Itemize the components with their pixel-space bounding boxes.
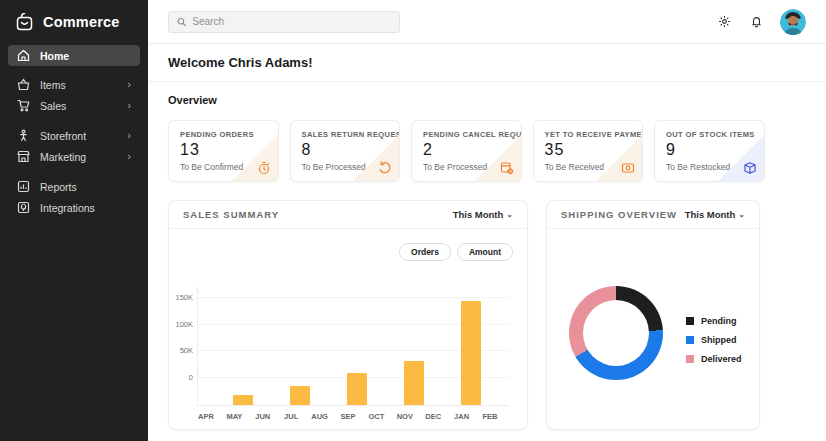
sidebar-item-storefront[interactable]: Storefront › [8, 125, 140, 146]
return-arrow-icon [378, 161, 392, 175]
sidebar-item-reports[interactable]: Reports [8, 176, 140, 197]
content: Overview PENDING ORDERS 13 To Be Confirm… [148, 82, 826, 441]
settings-gear-icon[interactable] [716, 14, 732, 30]
sidebar-item-label: Reports [40, 181, 77, 193]
sales-bar-chart[interactable]: 150K100K50K0APRMAYJUNJULAUGSEPOCTNOVDECJ… [197, 286, 509, 406]
integrations-icon [17, 201, 30, 214]
legend-label: Delivered [701, 354, 742, 364]
welcome-bar: Welcome Chris Adams! [148, 44, 826, 82]
sidebar-item-sales[interactable]: Sales › [8, 95, 140, 116]
reports-chart-icon [17, 180, 30, 193]
search-box[interactable] [168, 11, 400, 33]
shipping-overview-card: SHIPPING OVERVIEW This Month ⌄ Pending [546, 200, 760, 430]
overview-cards-row: PENDING ORDERS 13 To Be Confirmed SALES … [168, 120, 806, 182]
sidebar-item-label: Integrations [40, 202, 95, 214]
yet-to-receive-payments-card[interactable]: YET TO RECEIVE PAYMENTS 35 To Be Receive… [533, 120, 644, 182]
chevron-down-icon: ⌄ [738, 210, 745, 219]
sales-summary-card: SALES SUMMARY This Month ⌄ Orders Amount… [168, 200, 528, 430]
pending-orders-card[interactable]: PENDING ORDERS 13 To Be Confirmed [168, 120, 279, 182]
commerce-bag-icon [15, 13, 34, 32]
sidebar-item-label: Sales [40, 100, 66, 112]
corner-wedge [718, 135, 764, 181]
app-window: Commerce Home Items › Sales › [0, 0, 826, 441]
sidebar-item-label: Items [40, 79, 66, 91]
shipping-period-dropdown[interactable]: This Month ⌄ [685, 209, 745, 220]
stock-box-icon [743, 161, 757, 175]
sidebar-item-marketing[interactable]: Marketing › [8, 146, 140, 167]
corner-wedge [596, 135, 642, 181]
shipped-swatch [686, 336, 694, 344]
welcome-title: Welcome Chris Adams! [168, 55, 313, 70]
pending-cancel-requests-card[interactable]: PENDING CANCEL REQUESTS 2 To Be Processe… [411, 120, 522, 182]
delivered-swatch [686, 355, 694, 363]
sidebar-item-label: Home [40, 50, 69, 62]
sales-summary-title: SALES SUMMARY [183, 209, 279, 220]
shipping-donut-chart[interactable] [569, 286, 663, 380]
chevron-right-icon: › [127, 151, 131, 162]
sidebar-item-label: Marketing [40, 151, 86, 163]
legend-label: Pending [701, 316, 737, 326]
storefront-person-icon [17, 129, 30, 142]
app-logo: Commerce [8, 0, 140, 44]
out-of-stock-items-card[interactable]: OUT OF STOCK ITEMS 9 To Be Restocked [654, 120, 765, 182]
main-area: Welcome Chris Adams! Overview PENDING OR… [148, 0, 826, 441]
search-icon [177, 17, 186, 27]
charts-row: SALES SUMMARY This Month ⌄ Orders Amount… [168, 200, 806, 430]
corner-wedge [232, 135, 278, 181]
pending-swatch [686, 317, 694, 325]
sidebar: Commerce Home Items › Sales › [0, 0, 148, 441]
period-label: This Month [453, 209, 504, 220]
stopwatch-icon [257, 161, 271, 175]
legend-label: Shipped [701, 335, 737, 345]
shipping-overview-title: SHIPPING OVERVIEW [561, 209, 677, 220]
payment-card-icon [621, 161, 635, 175]
chevron-down-icon: ⌄ [506, 210, 513, 219]
legend-item-delivered: Delivered [686, 354, 742, 364]
sidebar-item-integrations[interactable]: Integrations [8, 197, 140, 218]
chevron-right-icon: › [127, 100, 131, 111]
user-avatar[interactable] [780, 9, 806, 35]
amount-toggle-button[interactable]: Amount [457, 243, 513, 261]
search-input[interactable] [192, 16, 391, 27]
corner-wedge [475, 135, 521, 181]
cart-icon [17, 99, 30, 112]
legend-item-pending: Pending [686, 316, 742, 326]
basket-icon [17, 78, 30, 91]
shop-icon [17, 150, 30, 163]
period-label: This Month [685, 209, 736, 220]
corner-wedge [353, 135, 399, 181]
chevron-right-icon: › [127, 130, 131, 141]
sidebar-item-label: Storefront [40, 130, 86, 142]
sales-period-dropdown[interactable]: This Month ⌄ [453, 209, 513, 220]
home-icon [17, 49, 30, 62]
app-title: Commerce [43, 14, 120, 30]
legend-item-shipped: Shipped [686, 335, 742, 345]
orders-toggle-button[interactable]: Orders [399, 243, 451, 261]
topbar [148, 0, 826, 44]
donut-legend: Pending Shipped Delivered [686, 316, 742, 364]
cancel-settings-icon [500, 161, 514, 175]
sales-return-requests-card[interactable]: SALES RETURN REQUESTS 8 To Be Processed [290, 120, 401, 182]
notifications-bell-icon[interactable] [748, 14, 764, 30]
overview-label: Overview [168, 94, 806, 106]
sidebar-item-items[interactable]: Items › [8, 74, 140, 95]
chevron-right-icon: › [127, 79, 131, 90]
sidebar-item-home[interactable]: Home [8, 45, 140, 66]
series-toggles: Orders Amount [399, 243, 513, 261]
